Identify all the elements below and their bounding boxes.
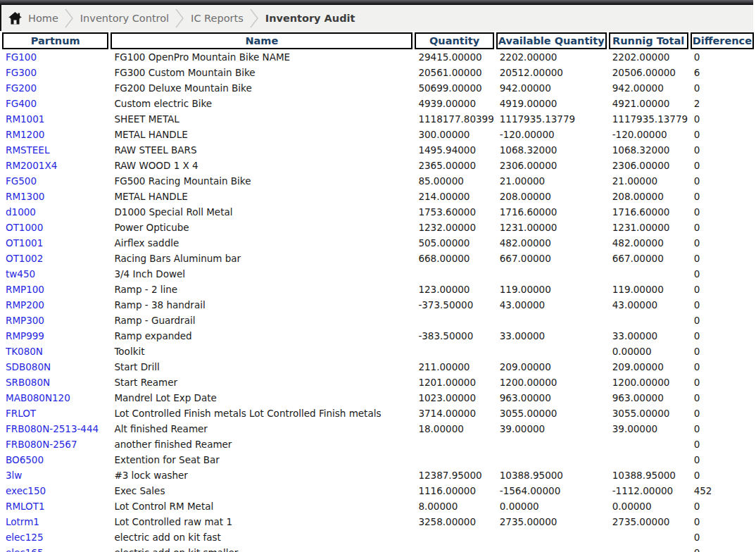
partnum-link[interactable]: exec150 [6,485,46,496]
column-header-difference[interactable]: Difference [691,32,754,49]
running-total-value: 963.00000 [609,390,688,406]
quantity-value: 123.00000 [415,282,493,297]
column-header-quantity[interactable]: Quantity [415,32,493,49]
partnum-link[interactable]: RMP300 [6,315,44,326]
available-quantity-value: 209.00000 [496,359,607,375]
partnum-link[interactable]: Lotrm1 [6,516,39,527]
difference-value: 0 [691,498,754,514]
quantity-value: 12387.95000 [415,468,493,483]
available-quantity-value: 667.00000 [496,251,607,266]
table-row: OT1001 Airflex saddle 505.00000 482.0000… [2,235,754,251]
available-quantity-value [496,266,607,282]
quantity-value: 1495.94000 [415,142,493,158]
partnum-link[interactable]: FG300 [6,67,37,78]
running-total-value: 1068.32000 [609,142,688,158]
available-quantity-value: 3055.00000 [496,406,607,421]
part-name: Ramp - Guardrail [111,313,412,328]
difference-value: 0 [691,468,754,483]
column-header-running-total[interactable]: Runnig Total [609,32,688,49]
quantity-value [415,437,493,452]
partnum-link[interactable]: FRLOT [6,408,36,419]
difference-value: 0 [691,390,754,406]
partnum-link[interactable]: elec165 [6,547,44,552]
chevron-separator-icon [175,8,184,28]
home-icon[interactable] [8,12,22,25]
partnum-link[interactable]: RMP999 [6,330,44,341]
available-quantity-value: 43.00000 [496,297,607,313]
partnum-link[interactable]: MAB080N120 [6,392,70,403]
partnum-link[interactable]: OT1001 [6,237,43,249]
available-quantity-value: 1068.32000 [496,142,607,158]
quantity-value [415,344,493,359]
partnum-link[interactable]: RM2001X4 [6,160,57,171]
partnum-link[interactable]: FRB080N-2567 [6,439,77,450]
quantity-value: 1232.00000 [415,220,493,235]
difference-value: 0 [691,328,754,344]
table-row: exec150 Exec Sales 1116.00000 -1564.0000… [2,483,754,498]
partnum-link[interactable]: d1000 [6,206,36,218]
available-quantity-value: 942.00000 [496,80,607,96]
partnum-link[interactable]: FG400 [6,98,37,109]
partnum-link[interactable]: FG500 [6,175,37,187]
table-row: FG400 Custom electric Bike 4939.00000 49… [2,96,754,111]
difference-value: 0 [691,406,754,421]
partnum-link[interactable]: OT1000 [6,222,43,233]
breadcrumb-ic-reports[interactable]: IC Reports [191,13,244,24]
breadcrumb-inventory-control[interactable]: Inventory Control [80,13,169,24]
partnum-link[interactable]: BO6500 [6,454,44,465]
part-name: 3/4 Inch Dowel [111,266,412,282]
partnum-link[interactable]: FRB080N-2513-444 [6,423,99,434]
quantity-value: 1116.00000 [415,483,493,498]
available-quantity-value: 208.00000 [496,189,607,204]
quantity-value: 50699.00000 [415,80,493,96]
table-row: elec125 electric add on kit fast 0 [2,529,754,545]
partnum-link[interactable]: RM1001 [6,113,44,125]
running-total-value [609,529,688,545]
partnum-link[interactable]: RMP200 [6,299,44,310]
difference-value: 0 [691,344,754,359]
quantity-value [415,266,493,282]
window-top-bar [0,0,753,5]
available-quantity-value: 10388.95000 [496,468,607,483]
partnum-link[interactable]: RM1300 [6,191,44,202]
running-total-value: -1112.00000 [609,483,688,498]
partnum-link[interactable]: FG200 [6,82,37,94]
table-row: RM1200 METAL HANDLE 300.00000 -120.00000… [2,127,754,142]
difference-value: 0 [691,452,754,468]
table-header-row: Partnum Name Quantity Available Quantity… [2,32,754,49]
part-name: another finished Reamer [111,437,412,452]
partnum-link[interactable]: 3lw [6,470,22,481]
partnum-link[interactable]: RMLOT1 [6,501,45,512]
partnum-link[interactable]: TK080N [6,346,43,357]
partnum-link[interactable]: RMP100 [6,284,44,295]
table-row: MAB080N120 Mandrel Lot Exp Date 1023.000… [2,390,754,406]
part-name: FG200 Deluxe Mountain Bike [111,80,412,96]
partnum-link[interactable]: RM1200 [6,129,44,140]
partnum-link[interactable]: tw450 [6,268,35,280]
available-quantity-value: 4919.00000 [496,96,607,111]
table-row: elec165 electric add on kit smaller 0 [2,545,754,552]
table-row: RMLOT1 Lot Control RM Metal 8.00000 0.00… [2,498,754,514]
column-header-name[interactable]: Name [111,32,412,49]
partnum-link[interactable]: RMSTEEL [6,144,49,156]
available-quantity-value: 2202.00000 [496,49,607,65]
partnum-link[interactable]: SRB080N [6,377,50,388]
part-name: #3 lock washer [111,468,412,483]
column-header-partnum[interactable]: Partnum [2,32,108,49]
table-row: FG300 FG300 Custom Mountain Bike 20561.0… [2,65,754,80]
column-header-available-quantity[interactable]: Available Quantity [496,32,607,49]
part-name: Ramp - 38 handrail [111,297,412,313]
partnum-link[interactable]: elec125 [6,532,44,543]
running-total-value: 1716.60000 [609,204,688,220]
partnum-link[interactable]: OT1002 [6,253,43,264]
available-quantity-value: 963.00000 [496,390,607,406]
difference-value: 0 [691,142,754,158]
breadcrumb-home[interactable]: Home [28,13,58,24]
part-name: Extention for Seat Bar [111,452,412,468]
part-name: D1000 Special Roll Metal [111,204,412,220]
quantity-value: 1023.00000 [415,390,493,406]
partnum-link[interactable]: SDB080N [6,361,51,372]
quantity-value: 300.00000 [415,127,493,142]
partnum-link[interactable]: FG100 [6,51,37,63]
quantity-value [415,529,493,545]
